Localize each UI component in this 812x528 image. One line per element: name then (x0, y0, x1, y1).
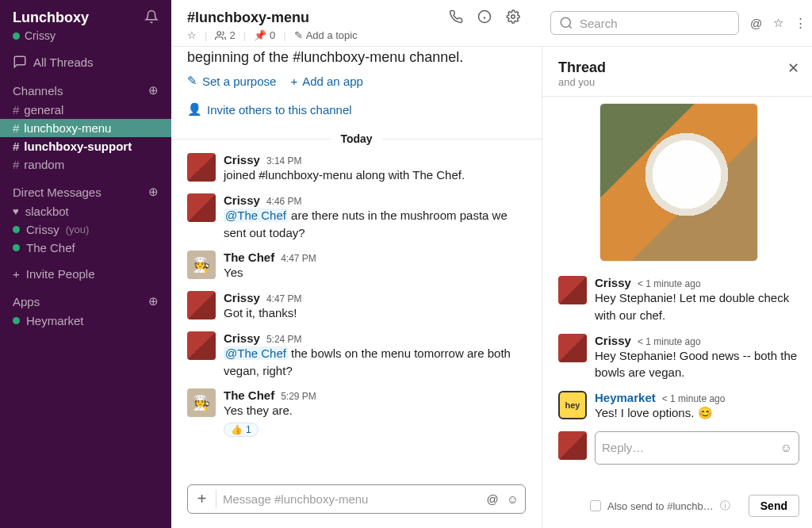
message[interactable]: Crissy4:47 PM Got it, thanks! (187, 286, 526, 327)
add-channel-icon[interactable]: ⊕ (148, 83, 159, 98)
search-input[interactable] (580, 17, 730, 30)
message-list[interactable]: Crissy3:14 PM joined #lunchboxy-menu alo… (171, 148, 542, 478)
emoji-icon[interactable]: ☺ (507, 492, 519, 506)
top-strip: #lunchboxy-menu ☆| 2| 📌0| ✎Add a topic (171, 0, 812, 47)
channel-lunchboxy-menu[interactable]: #lunchboxy-menu (0, 119, 171, 137)
avatar[interactable]: 🧑‍🍳 (187, 388, 216, 417)
member-count[interactable]: 2 (215, 29, 235, 41)
reaction[interactable]: 👍1 (224, 423, 259, 437)
thread-title: Thread (558, 59, 606, 76)
emoji-icon[interactable]: ☺ (780, 441, 792, 454)
dm-section-header[interactable]: Direct Messages ⊕ (0, 174, 171, 202)
more-icon[interactable]: ⋮ (795, 16, 806, 30)
invite-people[interactable]: +Invite People (0, 265, 171, 283)
message[interactable]: Crissy3:14 PM joined #lunchboxy-menu alo… (187, 148, 526, 189)
mention-icon[interactable]: @ (486, 492, 498, 506)
svg-point-4 (561, 17, 570, 27)
dm-crissy[interactable]: Crissy (you) (0, 220, 171, 239)
avatar[interactable] (558, 276, 587, 304)
channels-section-header[interactable]: Channels ⊕ (0, 72, 171, 101)
message[interactable]: Crissy4:46 PM @The Chef are there nuts i… (187, 189, 526, 247)
message[interactable]: 🧑‍🍳 The Chef4:47 PM Yes (187, 246, 526, 286)
set-purpose-link[interactable]: ✎Set a purpose (187, 74, 276, 88)
workspace-name[interactable]: Lunchboxy (13, 10, 89, 26)
thread-message[interactable]: Crissy< 1 minute ago Hey Stephanie! Good… (558, 329, 799, 387)
center-column: beginning of the #lunchboxy-menu channel… (171, 47, 542, 528)
star-items-icon[interactable]: ☆ (773, 16, 783, 30)
presence-dot-icon (13, 244, 20, 251)
plus-icon: + (290, 75, 297, 88)
presence-dot-icon (13, 33, 20, 40)
help-icon[interactable]: ⓘ (720, 499, 730, 513)
main-area: #lunchboxy-menu ☆| 2| 📌0| ✎Add a topic (171, 0, 812, 528)
thread-subtitle: and you (558, 76, 606, 88)
svg-point-3 (511, 15, 515, 19)
pin-icon: 📌 (254, 29, 266, 41)
send-button[interactable]: Send (749, 495, 799, 517)
plus-icon: + (13, 267, 20, 281)
add-dm-icon[interactable]: ⊕ (148, 185, 159, 199)
thumbs-up-icon: 👍 (231, 424, 243, 435)
avatar[interactable]: hey (558, 391, 587, 419)
avatar[interactable]: 🧑‍🍳 (187, 251, 216, 279)
thread-composer[interactable]: ☺ (595, 431, 799, 465)
hash-icon: # (13, 140, 19, 153)
search-box[interactable] (550, 11, 739, 35)
pencil-icon: ✎ (187, 74, 197, 88)
avatar (558, 431, 587, 460)
channel-lunchboxy-support[interactable]: #lunchboxy-support (0, 137, 171, 155)
presence-dot-icon (13, 226, 20, 233)
composer-input[interactable] (223, 492, 480, 506)
hash-icon: # (13, 158, 19, 171)
thread-reply-input[interactable] (602, 441, 774, 454)
thread-panel: Thread and you ✕ Crissy< 1 minute ago He… (542, 47, 812, 528)
pencil-icon: ✎ (294, 29, 303, 41)
thread-image[interactable] (599, 103, 758, 262)
notifications-icon[interactable] (144, 10, 159, 26)
avatar[interactable] (187, 291, 216, 319)
call-icon[interactable] (449, 10, 463, 26)
add-topic[interactable]: ✎Add a topic (294, 29, 358, 41)
avatar[interactable] (187, 331, 216, 360)
avatar[interactable] (187, 153, 216, 182)
presence-dot-icon (13, 317, 20, 324)
current-user-row[interactable]: Crissy (0, 29, 171, 52)
mention[interactable]: @The Chef (224, 346, 288, 360)
sidebar: Lunchboxy Crissy All Threads Channels ⊕ … (0, 0, 171, 528)
info-icon[interactable] (477, 10, 492, 26)
mention[interactable]: @The Chef (224, 209, 288, 222)
app-heymarket[interactable]: Heymarket (0, 312, 171, 330)
svg-line-5 (569, 25, 571, 28)
search-icon (559, 16, 573, 30)
day-divider: Today (171, 132, 542, 145)
attach-icon[interactable]: + (194, 490, 216, 508)
channel-intro: beginning of the #lunchboxy-menu channel… (171, 47, 542, 67)
avatar[interactable] (187, 193, 216, 222)
message[interactable]: 🧑‍🍳 The Chef5:29 PM Yes they are. 👍1 (187, 384, 526, 442)
close-icon[interactable]: ✕ (787, 59, 799, 77)
apps-section-header[interactable]: Apps ⊕ (0, 283, 171, 312)
avatar[interactable] (558, 334, 587, 362)
all-threads[interactable]: All Threads (0, 52, 171, 72)
channel-general[interactable]: #general (0, 101, 171, 119)
current-user-name: Crissy (25, 29, 56, 42)
dm-the-chef[interactable]: The Chef (0, 239, 171, 257)
message-composer[interactable]: + @ ☺ (187, 484, 526, 514)
message[interactable]: Crissy5:24 PM @The Chef the bowls on the… (187, 327, 526, 385)
thread-body[interactable]: Crissy< 1 minute ago Hey Stephanie! Let … (542, 97, 812, 492)
channel-random[interactable]: #random (0, 155, 171, 174)
pin-count[interactable]: 📌0 (254, 29, 275, 41)
hash-icon: # (13, 103, 19, 117)
mentions-icon[interactable]: @ (750, 17, 762, 30)
dm-slackbot[interactable]: ♥slackbot (0, 202, 171, 220)
invite-others-link[interactable]: 👤Invite others to this channel (187, 102, 526, 117)
settings-icon[interactable] (506, 10, 520, 26)
channel-title[interactable]: #lunchboxy-menu (187, 10, 358, 26)
thread-message[interactable]: hey Heymarket< 1 minute ago Yes! I love … (558, 386, 799, 427)
also-send-checkbox[interactable] (590, 500, 601, 511)
person-icon: 👤 (187, 102, 202, 117)
add-app-link[interactable]: +Add an app (290, 74, 363, 88)
star-icon[interactable]: ☆ (187, 29, 197, 41)
thread-message[interactable]: Crissy< 1 minute ago Hey Stephanie! Let … (558, 271, 799, 329)
add-app-icon[interactable]: ⊕ (148, 294, 159, 308)
